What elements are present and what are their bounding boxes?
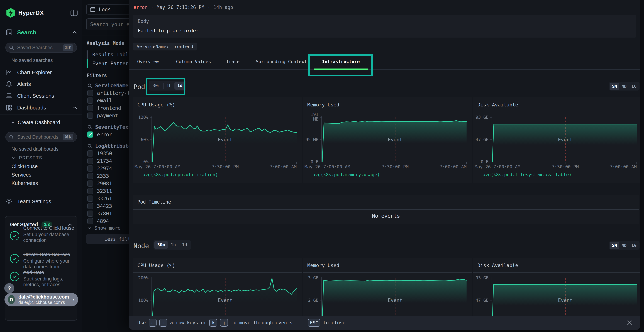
filter-value: payment <box>97 113 118 118</box>
pod-range-30m[interactable]: 30m <box>150 82 163 90</box>
get-started-step-sources[interactable]: Create Data Sources Configure where your… <box>10 252 74 270</box>
user-menu[interactable]: D dale@clickhouse.com dale@clickhouse.co… <box>4 293 78 306</box>
checkbox-icon[interactable] <box>87 218 94 224</box>
checkbox-icon[interactable] <box>87 173 94 179</box>
filter-option[interactable]: payment <box>87 112 118 118</box>
svg-text:May 26 7:00:00 AM: May 26 7:00:00 AM <box>474 164 520 170</box>
checkbox-icon[interactable] <box>87 158 94 164</box>
tab-column-values[interactable]: Column Values <box>176 59 211 64</box>
search-icon[interactable] <box>87 83 92 88</box>
filter-option[interactable]: 21734 <box>87 158 112 164</box>
svg-text:May 26 7:00:00 AM: May 26 7:00:00 AM <box>134 164 180 170</box>
tab-trace[interactable]: Trace <box>226 59 240 64</box>
filter-value: 21734 <box>97 158 112 164</box>
get-started-step-add-data[interactable]: Add Data Start sending logs, metrics, or… <box>10 270 74 288</box>
checkbox-icon[interactable] <box>87 188 94 194</box>
pod-size-sm[interactable]: SM <box>610 83 619 90</box>
sidebar-item-chart-explorer[interactable]: Chart Explorer <box>6 70 77 76</box>
checkbox-icon[interactable] <box>87 105 94 111</box>
shortcut-badge: ⌘K <box>63 134 73 140</box>
saved-dashboards-input[interactable]: ⌘K <box>5 132 77 142</box>
pod-range-1h[interactable]: 1h <box>164 82 174 90</box>
saved-searches-input[interactable]: ⌘K <box>5 42 77 52</box>
node-size-lg[interactable]: LG <box>629 242 639 249</box>
presets-label: PRESETS <box>19 155 42 160</box>
filter-option[interactable]: 33261 <box>87 196 112 202</box>
create-dashboard-button[interactable]: + Create Dashboard <box>12 120 60 126</box>
checkbox-icon[interactable] <box>87 166 94 172</box>
event-body-card: Body Failed to place order <box>133 15 636 38</box>
pod-range-1d[interactable]: 1d <box>174 82 185 90</box>
filter-value: email <box>97 98 112 104</box>
svg-text:0%: 0% <box>143 160 148 164</box>
filter-option[interactable]: email <box>87 98 112 104</box>
filter-option[interactable]: 19350 <box>87 150 112 156</box>
filter-option[interactable]: 2333 <box>87 173 109 179</box>
checkbox-icon[interactable] <box>87 210 94 216</box>
search-icon[interactable] <box>87 144 92 149</box>
filter-option[interactable]: 4894 <box>87 218 109 224</box>
filter-option[interactable]: 32311 <box>87 188 112 194</box>
node-size-sm[interactable]: SM <box>610 242 619 249</box>
node-range-1d[interactable]: 1d <box>179 241 190 249</box>
search-icon[interactable] <box>87 125 92 130</box>
tab-infrastructure[interactable]: Infrastructure <box>322 59 360 64</box>
service-name-tag[interactable]: ServiceName: frontend <box>133 42 197 50</box>
bell-icon <box>6 81 12 87</box>
checkbox-icon[interactable] <box>87 90 94 96</box>
checkbox-icon[interactable] <box>87 112 94 118</box>
sidebar-item-client-sessions[interactable]: Client Sessions <box>6 93 77 99</box>
hyperdx-app: HyperDX Search ⌘K No saved searches Char… <box>0 0 644 332</box>
tab-surrounding-context[interactable]: Surrounding Context <box>256 59 307 64</box>
filter-value: 29081 <box>97 181 112 186</box>
filter-value: 37801 <box>97 211 112 216</box>
checkbox-icon[interactable] <box>87 98 94 104</box>
sidebar-item-clickhouse[interactable]: ClickHouse <box>12 164 38 170</box>
check-circle-icon <box>10 231 19 240</box>
filter-option[interactable]: 34423 <box>87 203 112 209</box>
pod-size-selector: SM MD LG <box>609 82 640 90</box>
pod-section-title: Pod <box>134 83 145 90</box>
checkbox-icon[interactable] <box>87 150 94 156</box>
checkbox-icon[interactable] <box>87 196 94 202</box>
sidebar-item-team-settings[interactable]: Team Settings <box>6 198 77 205</box>
svg-text:7:00:00 AM: 7:00:00 AM <box>270 164 296 170</box>
filter-option-error[interactable]: error <box>87 132 112 138</box>
checkbox-icon[interactable] <box>87 203 94 209</box>
filter-group-name: SeverityText <box>95 124 131 130</box>
filter-option[interactable]: 22974 <box>87 166 112 172</box>
show-more-label: Show more <box>94 225 120 231</box>
node-range-30m[interactable]: 30m <box>154 241 168 249</box>
filter-option[interactable]: 37801 <box>87 210 112 216</box>
svg-text:7:00:00 AM: 7:00:00 AM <box>610 164 637 170</box>
saved-dashboards-field[interactable] <box>17 134 59 140</box>
tab-overview[interactable]: Overview <box>137 59 159 64</box>
checkbox-icon[interactable] <box>87 180 94 186</box>
body-text: Failed to place order <box>138 28 199 34</box>
chart-card-pod-cpu: CPU Usage (%) 120%60%0%EventMay 26 7:00:… <box>133 97 302 183</box>
get-started-step-connect[interactable]: Connect to ClickHouse Set up your databa… <box>10 225 74 243</box>
node-size-md[interactable]: MD <box>619 242 629 249</box>
sidebar-item-services[interactable]: Services <box>12 172 31 178</box>
k-keycap: k <box>209 319 217 327</box>
filter-option[interactable]: frontend <box>87 105 121 111</box>
svg-text:100%: 100% <box>138 298 148 303</box>
presets-toggle[interactable]: PRESETS <box>12 155 42 160</box>
help-button[interactable]: ? <box>4 283 14 293</box>
filter-option[interactable]: 29081 <box>87 180 112 186</box>
checkbox-checked-icon[interactable] <box>87 132 94 138</box>
collapse-sidebar-icon[interactable] <box>70 9 78 17</box>
sidebar-item-search[interactable]: Search <box>6 29 77 36</box>
saved-searches-field[interactable] <box>17 45 59 50</box>
close-icon[interactable] <box>626 320 633 326</box>
node-range-1h[interactable]: 1h <box>168 241 179 249</box>
pod-size-lg[interactable]: LG <box>629 83 639 90</box>
divider <box>0 114 82 114</box>
pod-size-md[interactable]: MD <box>619 83 629 90</box>
show-more-button[interactable]: Show more <box>87 225 120 231</box>
sidebar-item-dashboards[interactable]: Dashboards <box>6 105 77 111</box>
nav-label: Chart Explorer <box>17 70 52 76</box>
sidebar-item-alerts[interactable]: Alerts <box>6 81 77 87</box>
pod-timeline-card: Pod Timeline No events <box>133 195 639 224</box>
sidebar-item-kubernetes[interactable]: Kubernetes <box>12 180 38 186</box>
